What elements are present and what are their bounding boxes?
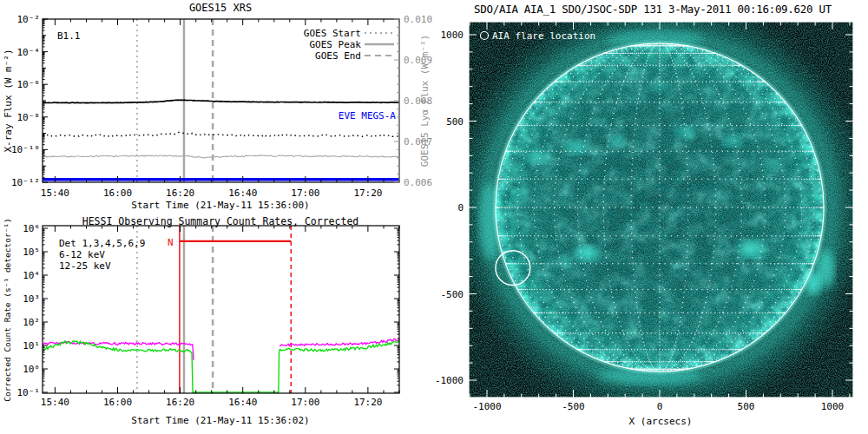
hessi-axes-layer: 10⁶10⁵10⁴10³10²10¹10⁰10⁻¹15:4016:0016:20…: [17, 223, 400, 408]
sdo-aia-image-panel: SDO/AIA AIA_1 SDO/JSOC-SDP 131 3-May-201…: [434, 0, 868, 434]
hessi-y-axis-label: Corrected Count Rate (s⁻¹ detector⁻¹): [3, 218, 12, 402]
sun-x-tick-label: -500: [562, 401, 585, 412]
goes-y-tick-label: 10⁻¹²: [11, 177, 40, 188]
sun-y-tick-label: 1000: [441, 30, 464, 41]
hessi-series-0-seg1: [279, 339, 399, 346]
hessi-y-tick-label: 10⁴: [23, 270, 40, 281]
hessi-y-tick-label: 10⁰: [23, 364, 40, 375]
aia-image-clip: [469, 22, 853, 398]
hessi-x-tick-label: 16:40: [228, 397, 257, 408]
hessi-y-tick-label: 10¹: [23, 340, 40, 352]
goes-flare-class-label: B1.1: [57, 30, 81, 42]
goes-y-tick-label: 10⁻⁴: [17, 47, 41, 58]
sun-x-tick-label: 0: [657, 401, 663, 412]
goes-y-tick-marks: [43, 19, 48, 182]
goes-right-tick-label: 0.006: [404, 177, 432, 188]
goes-x-tick-label: 17:20: [353, 187, 382, 199]
goes-y-axis-label: X-ray Flux (W m⁻²): [3, 49, 14, 152]
goes-y-tick-label: 10⁻⁶: [17, 79, 41, 90]
hessi-night-flag-label: N: [168, 237, 174, 248]
hessi-count-rate-plot: HESSI Observing Summary Count Rates, Cor…: [0, 217, 434, 434]
solar-monitor-screen: GOES15 XRS B1.1 X-ray Flux (W m⁻²) GOES1…: [0, 0, 868, 434]
goes-right-tick-marks: [394, 19, 399, 182]
x-tick-marks: [55, 226, 399, 393]
hessi-y-tick-label: 10⁻¹: [17, 387, 41, 398]
goes-x-tick-label: 16:00: [103, 187, 132, 199]
goes-legend-label: GOES End: [315, 50, 361, 62]
goes-xrs-plot: GOES15 XRS B1.1 X-ray Flux (W m⁻²) GOES1…: [0, 0, 434, 217]
flare-location-legend-label: AIA flare location: [492, 30, 595, 42]
flare-location-legend: AIA flare location: [481, 30, 596, 42]
goes-x-axis-label: Start Time (21-May-11 15:36:00): [131, 200, 309, 211]
hessi-x-tick-label: 17:00: [291, 397, 319, 408]
goes-right-tick-label: 0.010: [404, 14, 432, 25]
hessi-y-tick-label: 10³: [23, 293, 40, 305]
hessi-legend-label: 12-25 keV: [59, 260, 111, 272]
goes-legend-label: GOES Peak: [309, 39, 361, 50]
sun-y-tick-label: 0: [457, 202, 464, 214]
sun-y-tick-label: 500: [446, 116, 464, 128]
sun-y-tick-label: -500: [441, 289, 464, 300]
goes-x-tick-label: 16:40: [228, 187, 257, 199]
sun-image-title: SDO/AIA AIA_1 SDO/JSOC-SDP 131 3-May-201…: [474, 3, 832, 16]
sun-x-tick-label: 500: [738, 401, 755, 412]
goes-y-tick-label: 10⁻¹⁰: [11, 144, 40, 155]
eve-megs-a-label: EVE MEGS-A: [339, 110, 397, 122]
hessi-x-axis-label: Start Time (21-May-11 15:36:02): [131, 415, 309, 426]
goes-series-1: [43, 155, 399, 158]
goes-right-tick-label: 0.009: [404, 55, 432, 66]
hessi-legend-label: Det 1,3,4,5,6,9: [59, 238, 145, 249]
hessi-x-tick-label: 16:00: [103, 397, 132, 408]
goes-x-tick-label: 17:00: [291, 187, 319, 199]
goes-y-tick-label: 10⁻⁸: [17, 112, 41, 123]
hessi-series-1-seg0: [43, 341, 193, 393]
hessi-x-tick-label: 16:20: [166, 397, 194, 408]
goes-plot-title: GOES15 XRS: [189, 2, 252, 14]
hessi-y-tick-label: 10⁵: [23, 247, 40, 258]
goes-x-tick-label: 15:40: [41, 187, 69, 199]
sun-x-axis-label: X (arcsecs): [629, 416, 693, 427]
goes-right-tick-label: 0.007: [404, 136, 432, 148]
hessi-series-1-seg2: [279, 341, 399, 394]
goes-y-tick-label: 10⁻²: [17, 14, 41, 25]
hessi-legend-label: 6-12 keV: [59, 249, 105, 260]
goes-x-tick-label: 16:20: [166, 187, 194, 199]
hessi-y-tick-label: 10⁶: [23, 223, 40, 234]
hessi-y-tick-label: 10²: [23, 317, 40, 328]
sun-x-tick-label: -1000: [472, 401, 501, 412]
goes-legend-label: GOES Start: [304, 28, 361, 39]
sun-x-tick-label: 1000: [821, 401, 845, 412]
goes-right-tick-label: 0.008: [404, 95, 432, 107]
goes-series-0: [43, 132, 399, 136]
goes-series-2: [43, 100, 399, 103]
aia-131-image: [469, 22, 853, 398]
sun-y-tick-label: -1000: [435, 375, 464, 386]
image-noise: [469, 22, 853, 398]
hessi-x-tick-label: 17:20: [353, 397, 382, 408]
hessi-x-tick-label: 15:40: [41, 397, 69, 408]
